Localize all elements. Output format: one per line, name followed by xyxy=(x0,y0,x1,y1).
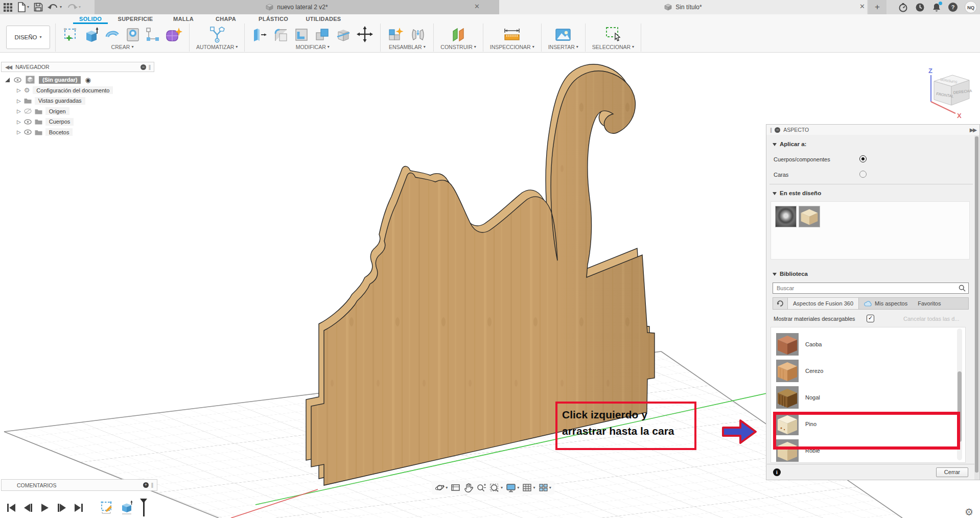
new-component-icon[interactable] xyxy=(387,27,405,43)
eye-icon[interactable] xyxy=(24,129,32,135)
orbit-icon[interactable]: ▾ xyxy=(435,483,448,492)
group-label-ensamblar[interactable]: ENSAMBLAR▾ xyxy=(389,43,426,52)
group-label-crear[interactable]: CREAR▾ xyxy=(111,43,134,52)
library-tab-fusion[interactable]: Aspectos de Fusion 360 xyxy=(788,298,859,309)
collapse-left-icon[interactable]: ◀◀ xyxy=(5,64,11,70)
document-tab-active[interactable]: nuevo lateral 2 v2* xyxy=(95,0,499,14)
tree-item-saved-views[interactable]: ▷ Vistas guardadas xyxy=(5,96,113,106)
split-body-icon[interactable] xyxy=(335,27,352,43)
tree-root-row[interactable]: (Sin guardar) ◉ xyxy=(5,75,113,85)
material-row-roble[interactable]: Roble xyxy=(771,437,955,463)
tab-utilidades[interactable]: UTILIDADES xyxy=(306,16,341,22)
group-label-automatizar[interactable]: AUTOMATIZAR▾ xyxy=(196,43,238,52)
timeline-sketch-feature-icon[interactable] xyxy=(100,500,113,515)
search-input[interactable] xyxy=(776,285,959,292)
eye-icon[interactable] xyxy=(14,77,21,83)
info-icon[interactable]: i xyxy=(773,468,781,476)
select-icon[interactable] xyxy=(604,26,622,43)
notifications-bell-icon[interactable] xyxy=(932,3,941,12)
radio-faces[interactable] xyxy=(859,171,867,178)
joint-icon[interactable] xyxy=(409,27,427,43)
design-workspace-menu[interactable]: DISEÑO ▾ xyxy=(6,26,50,49)
revolve-icon[interactable] xyxy=(104,27,121,43)
tree-item-cuerpos[interactable]: ▷ Cuerpos xyxy=(5,116,113,127)
document-tab-inactive[interactable]: Sin título* xyxy=(499,0,867,14)
material-row-pino[interactable]: Pino xyxy=(771,411,955,438)
library-tab-mis-aspectos[interactable]: Mis aspectos xyxy=(859,298,913,309)
add-comment-icon[interactable]: + xyxy=(143,482,149,488)
show-downloadable-checkbox[interactable]: ✓ xyxy=(867,315,874,322)
zoom-icon[interactable] xyxy=(476,483,486,492)
tree-item-origen[interactable]: ▷ Origen xyxy=(5,106,113,116)
tree-item-bocetos[interactable]: ▷ Bocetos xyxy=(5,127,113,137)
create-sketch-icon[interactable] xyxy=(62,27,79,43)
timeline-position-marker[interactable] xyxy=(140,499,147,517)
aspect-header[interactable]: || − ASPECTO ▶▶ xyxy=(766,125,979,135)
recent-activity-icon[interactable] xyxy=(915,3,925,12)
pattern-icon[interactable] xyxy=(145,27,160,43)
collapse-right-icon[interactable]: ▶▶ xyxy=(970,127,976,133)
automate-icon[interactable] xyxy=(208,26,226,43)
save-icon[interactable] xyxy=(34,3,43,12)
step-back-icon[interactable] xyxy=(23,503,33,513)
avatar[interactable]: NQ xyxy=(965,1,977,13)
group-label-modificar[interactable]: MODIFICAR▾ xyxy=(296,43,330,52)
tab-plastico[interactable]: PLÁSTICO xyxy=(259,16,288,22)
expand-closed-icon[interactable]: ▷ xyxy=(17,129,21,135)
tab-malla[interactable]: MALLA xyxy=(173,16,194,22)
group-label-insertar[interactable]: INSERTAR▾ xyxy=(548,43,578,52)
viewports-icon[interactable]: ▾ xyxy=(539,483,551,492)
job-status-icon[interactable] xyxy=(898,3,908,12)
viewcube[interactable]: Z X FRONTAL DERECHA SUPERIOR xyxy=(907,56,980,120)
list-scrollbar-thumb[interactable] xyxy=(958,371,962,442)
move-icon[interactable] xyxy=(356,26,374,43)
combine-icon[interactable] xyxy=(314,27,331,43)
tab-chapa[interactable]: CHAPA xyxy=(216,16,236,22)
minimize-panel-icon[interactable]: − xyxy=(775,127,780,133)
apply-to-section[interactable]: Aplicar a: xyxy=(773,141,806,147)
panel-grip-icon[interactable]: || xyxy=(151,482,153,488)
material-row-cerezo[interactable]: Cerezo xyxy=(771,358,955,385)
panel-grip-icon[interactable]: || xyxy=(770,127,772,133)
panel-scrollbar[interactable] xyxy=(974,135,979,480)
material-row-nogal[interactable]: Nogal xyxy=(771,384,955,411)
press-pull-icon[interactable] xyxy=(251,27,268,43)
file-menu-icon[interactable]: ▾ xyxy=(17,2,29,12)
minimize-panel-icon[interactable]: − xyxy=(141,64,146,70)
swatch-metal[interactable] xyxy=(775,206,797,227)
search-icon[interactable] xyxy=(959,285,966,292)
skip-to-start-icon[interactable] xyxy=(6,503,16,513)
timeline-extrude-feature-icon[interactable] xyxy=(120,500,133,515)
group-label-inspeccionar[interactable]: INSPECCIONAR▾ xyxy=(490,43,534,52)
group-label-construir[interactable]: CONSTRUIR▾ xyxy=(440,43,476,52)
construction-plane-icon[interactable] xyxy=(450,27,466,43)
app-grid-icon[interactable] xyxy=(3,3,13,12)
panel-grip-icon[interactable]: || xyxy=(149,64,150,70)
shell-icon[interactable] xyxy=(293,27,310,43)
insert-image-icon[interactable] xyxy=(554,27,572,43)
comments-bar[interactable]: COMENTARIOS + || xyxy=(1,479,157,491)
display-settings-icon[interactable]: ▾ xyxy=(506,483,519,492)
look-at-icon[interactable] xyxy=(451,483,460,492)
group-label-seleccionar[interactable]: SELECCIONAR▾ xyxy=(592,43,634,52)
zoom-window-icon[interactable]: ▾ xyxy=(489,483,503,492)
expand-closed-icon[interactable]: ▷ xyxy=(17,87,21,93)
extrude-icon[interactable] xyxy=(83,27,100,43)
list-scrollbar[interactable] xyxy=(957,328,962,460)
eye-icon[interactable] xyxy=(24,119,32,125)
play-icon[interactable] xyxy=(40,503,50,513)
library-section[interactable]: Biblioteca xyxy=(773,271,808,277)
measure-icon[interactable] xyxy=(503,27,521,43)
expand-closed-icon[interactable]: ▷ xyxy=(17,98,21,104)
pan-hand-icon[interactable] xyxy=(464,483,473,492)
step-forward-icon[interactable] xyxy=(57,503,67,513)
swatch-wood[interactable] xyxy=(799,206,820,227)
close-tab-icon[interactable]: ✕ xyxy=(859,3,865,10)
expand-open-icon[interactable] xyxy=(5,78,10,82)
close-button[interactable]: Cerrar xyxy=(936,467,968,477)
navigator-header[interactable]: ◀◀ NAVEGADOR − || xyxy=(1,62,154,72)
redo-icon[interactable]: ▾ xyxy=(66,3,81,12)
new-tab-button[interactable]: + xyxy=(868,0,886,14)
activate-component-icon[interactable]: ◉ xyxy=(85,76,90,84)
eye-off-icon[interactable] xyxy=(24,108,32,114)
